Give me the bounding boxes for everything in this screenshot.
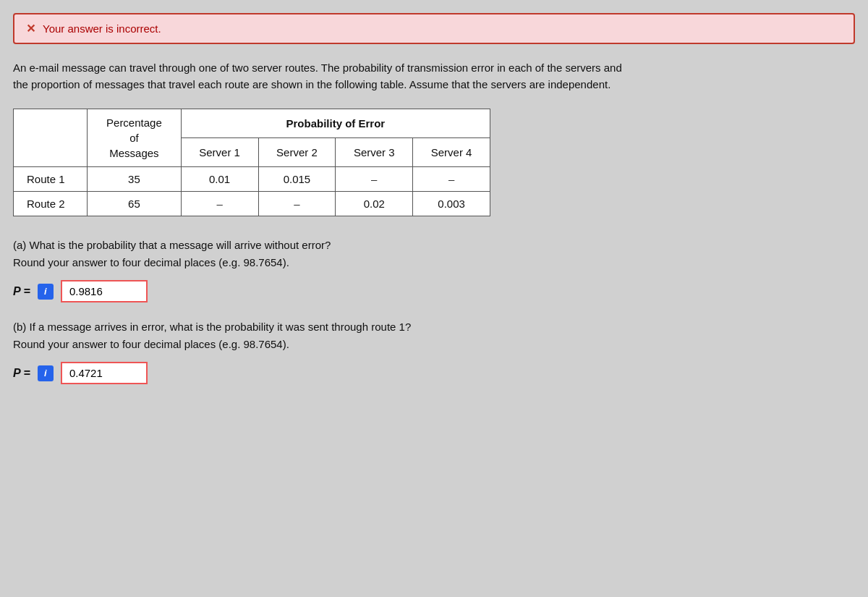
server2-header: Server 2 [258, 138, 336, 167]
empty-cell [14, 109, 88, 167]
route1-pct: 35 [88, 167, 182, 192]
probability-table: Percentage of Messages Probability of Er… [13, 109, 490, 216]
route2-pct: 65 [88, 192, 182, 216]
part-a-line2: Round your answer to four decimal places… [13, 254, 534, 271]
route2-label: Route 2 [14, 192, 88, 216]
error-message: Your answer is incorrect. [43, 22, 161, 35]
problem-statement: An e-mail message can travel through one… [13, 60, 635, 93]
part-b-p-label: P = [13, 367, 30, 380]
part-b-question: (b) If a message arrives in error, what … [13, 318, 534, 353]
server4-header: Server 4 [413, 138, 490, 167]
route1-s4: – [413, 167, 490, 192]
part-a-p-label: P = [13, 285, 30, 298]
part-b-info-badge: i [38, 365, 54, 381]
part-b-line2: Round your answer to four decimal places… [13, 336, 534, 353]
error-icon: ✕ [26, 22, 35, 35]
route2-s4: 0.003 [413, 192, 490, 216]
part-a-input[interactable] [61, 280, 148, 302]
part-b-line1: (b) If a message arrives in error, what … [13, 318, 534, 336]
route1-s3: – [336, 167, 413, 192]
part-a-line1: (a) What is the probability that a messa… [13, 237, 534, 254]
server1-header: Server 1 [181, 138, 258, 167]
part-b-input[interactable] [61, 362, 148, 384]
table-row: Route 2 65 – – 0.02 0.003 [14, 192, 490, 216]
part-a-info-badge: i [38, 284, 54, 300]
part-b-answer-row: P = i [13, 362, 855, 384]
table-row: Route 1 35 0.01 0.015 – – [14, 167, 490, 192]
part-a-answer-row: P = i [13, 280, 855, 302]
percentage-header: Percentage of Messages [88, 109, 182, 167]
part-a-question: (a) What is the probability that a messa… [13, 237, 534, 271]
route1-label: Route 1 [14, 167, 88, 192]
route1-s1: 0.01 [181, 167, 258, 192]
route2-s3: 0.02 [336, 192, 413, 216]
server3-header: Server 3 [336, 138, 413, 167]
data-table-container: Percentage of Messages Probability of Er… [13, 109, 490, 216]
route2-s2: – [258, 192, 336, 216]
error-banner: ✕ Your answer is incorrect. [13, 13, 855, 44]
route1-s2: 0.015 [258, 167, 336, 192]
route2-s1: – [181, 192, 258, 216]
prob-error-header: Probability of Error [181, 109, 490, 138]
